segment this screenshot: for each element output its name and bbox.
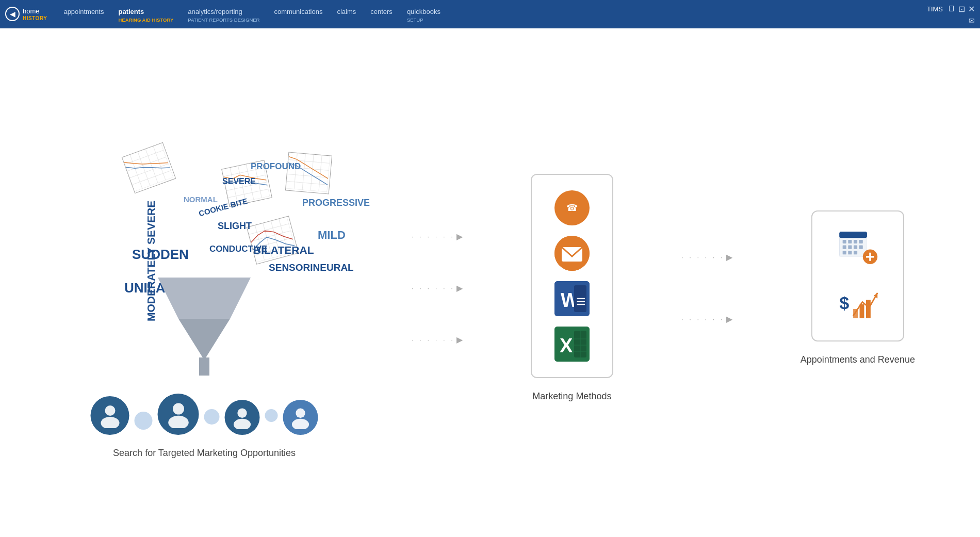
dots-4: · · · · · · — [681, 253, 725, 261]
monitor-icon[interactable]: 🖥 — [947, 4, 955, 14]
nav-item-centers[interactable]: centers — [363, 6, 400, 18]
excel-icon: X — [554, 327, 590, 362]
methods-box: ☎ W ≡ X — [531, 174, 613, 378]
svg-rect-85 — [842, 246, 846, 249]
nav-home[interactable]: home HISTORY — [23, 7, 47, 21]
back-button[interactable]: ◀ — [5, 7, 20, 21]
dots-3: · · · · · · — [412, 336, 455, 344]
svg-line-24 — [289, 152, 330, 156]
nav-item-patients[interactable]: patients HEARING AID HISTORY — [111, 6, 181, 23]
svg-line-16 — [228, 189, 268, 198]
section2-label: Marketing Methods — [532, 391, 611, 402]
calendar-icon — [837, 227, 878, 268]
analytics-label: analytics/reporting — [188, 6, 242, 18]
svg-text:X: X — [560, 335, 573, 356]
arrow-connector-2: · · · · · · ▶ · · · · · · ▶ — [681, 216, 732, 360]
communications-label: communications — [274, 6, 322, 18]
svg-point-55 — [237, 408, 247, 417]
word-normal: NORMAL — [184, 195, 218, 204]
analytics-sub: PATIENT REPORTS DESIGNER — [188, 18, 259, 23]
svg-text:☎: ☎ — [566, 203, 578, 213]
svg-line-0 — [122, 143, 161, 157]
nav-left: ◀ home HISTORY appointments patients HEA… — [5, 6, 448, 23]
patients-sub: HEARING AID HISTORY — [118, 18, 173, 23]
arrowhead-2: ▶ — [456, 283, 463, 293]
svg-rect-50 — [199, 357, 209, 376]
svg-rect-94 — [853, 309, 858, 318]
svg-rect-90 — [848, 251, 852, 254]
word-progressive: PROGRESSIVE — [302, 198, 370, 208]
dotted-arrow-3: · · · · · · ▶ — [412, 335, 463, 345]
svg-line-3 — [129, 164, 168, 177]
svg-rect-88 — [859, 246, 862, 249]
svg-line-37 — [249, 223, 289, 234]
nav-item-quickbooks[interactable]: quickbooks SETUP — [400, 6, 448, 23]
dots-2: · · · · · · — [412, 284, 455, 292]
email-icon[interactable]: ✉ — [969, 17, 975, 25]
svg-point-52 — [101, 417, 119, 428]
person-dot-1 — [135, 412, 153, 430]
person-1 — [91, 396, 129, 435]
nav-item-claims[interactable]: claims — [330, 6, 363, 18]
section1-label: Search for Targeted Marketing Opportunit… — [113, 448, 296, 459]
people-row — [91, 394, 318, 435]
nav-item-communications[interactable]: communications — [267, 6, 330, 18]
nav-item-appointments[interactable]: appointments — [56, 6, 111, 18]
svg-rect-89 — [842, 251, 846, 254]
person-3 — [225, 400, 260, 435]
audiogram-card-3 — [285, 152, 332, 194]
svg-line-32 — [302, 154, 305, 190]
appointments-label: appointments — [63, 6, 104, 18]
dots-1: · · · · · · — [412, 233, 455, 240]
dots-5: · · · · · · — [681, 315, 725, 323]
quickbooks-label: quickbooks — [407, 6, 440, 18]
nav-items: appointments patients HEARING AID HISTOR… — [56, 6, 448, 23]
home-label: home — [23, 7, 40, 15]
svg-text:≡: ≡ — [576, 292, 586, 311]
claims-label: claims — [337, 6, 356, 18]
close-icon[interactable]: ✕ — [968, 4, 975, 14]
word-bilateral: BILATERAL — [253, 244, 314, 256]
main-content: NORMAL SEVERE PROFOUND COOKIE BITE SLIGH… — [0, 28, 980, 537]
arrowhead-4: ▶ — [726, 252, 732, 262]
svg-rect-77 — [839, 232, 867, 238]
svg-point-54 — [168, 416, 189, 428]
nav-icons: 🖥 ⊡ ✕ — [947, 4, 975, 14]
patients-label: patients — [118, 6, 144, 18]
svg-rect-95 — [859, 304, 864, 318]
dotted-arrow-2: · · · · · · ▶ — [412, 283, 463, 293]
section3-label: Appointments and Revenue — [801, 354, 915, 365]
mail-icon — [554, 236, 590, 271]
svg-marker-49 — [178, 319, 230, 360]
outcomes-box: $ — [811, 210, 904, 341]
dotted-arrow-5: · · · · · · ▶ — [681, 314, 732, 324]
nav-user: TIMS — [927, 5, 943, 13]
top-navigation: ◀ home HISTORY appointments patients HEA… — [0, 0, 980, 28]
svg-point-56 — [234, 418, 251, 429]
arrowhead-3: ▶ — [456, 335, 463, 345]
section-methods: ☎ W ≡ X — [531, 174, 613, 402]
svg-point-58 — [292, 418, 309, 429]
svg-rect-84 — [859, 240, 862, 243]
nav-item-analytics[interactable]: analytics/reporting PATIENT REPORTS DESI… — [181, 6, 267, 23]
word-slight: SLIGHT — [218, 221, 252, 232]
person-dot-3 — [265, 409, 278, 422]
phone-icon: ☎ — [554, 190, 590, 225]
svg-line-28 — [286, 181, 328, 185]
word-profound: PROFOUND — [251, 161, 301, 172]
nav-email-row: ✉ — [969, 16, 975, 25]
svg-text:$: $ — [839, 293, 849, 313]
svg-line-4 — [132, 170, 171, 184]
svg-line-5 — [135, 177, 173, 191]
funnel-svg — [148, 278, 261, 376]
revenue-icon: $ — [837, 284, 878, 325]
window-icon[interactable]: ⊡ — [958, 4, 965, 14]
svg-rect-82 — [848, 240, 852, 243]
svg-line-18 — [222, 169, 230, 204]
word-sudden: SUDDEN — [132, 247, 189, 263]
svg-rect-91 — [854, 251, 857, 254]
word-sensorineural: SENSORINEURAL — [269, 262, 354, 273]
svg-marker-48 — [158, 278, 251, 319]
arrowhead-5: ▶ — [726, 314, 732, 324]
person-4 — [283, 400, 318, 435]
